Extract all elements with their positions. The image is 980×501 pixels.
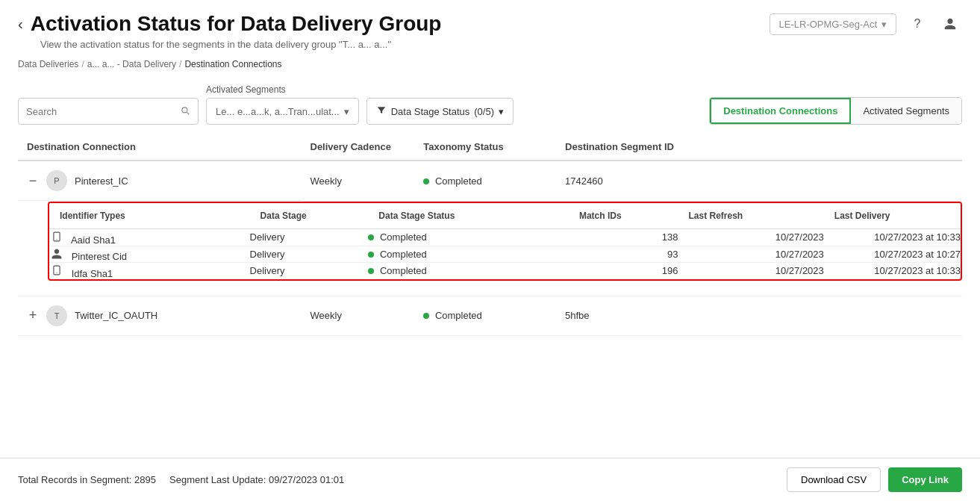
breadcrumb-sep-2: /	[179, 59, 181, 69]
col-header-destination: Destination Connection	[18, 134, 302, 161]
avatar-pinterest: P	[46, 170, 67, 191]
activated-segments-value: Le... e...a...k, a...Tran...ulat...	[216, 106, 340, 117]
search-icon	[180, 105, 190, 118]
sub-col-stage: Data Stage	[250, 203, 369, 229]
col-header-cadence: Delivery Cadence	[302, 134, 415, 161]
sub-row-idfa: Idfa Sha1 Delivery Completed 196 10/27/2…	[49, 262, 961, 279]
stage-aaid: Delivery	[250, 228, 369, 246]
col-header-dest-id: Destination Segment ID	[556, 134, 962, 161]
dest-id-twitter: 5hfbe	[556, 296, 962, 336]
sub-table-pinterest: Identifier Types Data Stage Data Stage S…	[49, 203, 961, 279]
expand-collapse-icon-pinterest[interactable]: −	[27, 173, 39, 189]
identifier-cid: Pinterest Cid	[49, 246, 250, 262]
header-right: LE-LR-OPMG-Seg-Act ▾ ?	[770, 12, 962, 36]
sub-table-body-pinterest: Aaid Sha1 Delivery Completed 138 10/27/2…	[49, 228, 961, 279]
svg-rect-0	[54, 232, 60, 241]
breadcrumb-current: Destination Connections	[184, 59, 281, 69]
breadcrumb-data-deliveries[interactable]: Data Deliveries	[18, 59, 78, 69]
connection-name-twitter: Twitter_IC_OAUTH	[75, 310, 157, 321]
funnel-icon	[376, 105, 387, 118]
main-table-container: Destination Connection Delivery Cadence …	[0, 134, 980, 336]
main-table-header: Destination Connection Delivery Cadence …	[18, 134, 962, 161]
sub-col-status: Data Stage Status	[368, 203, 569, 229]
tab-activated-segments[interactable]: Activated Segments	[851, 98, 961, 124]
status-aaid: Completed	[368, 228, 569, 246]
tab-group: Destination Connections Activated Segmen…	[709, 97, 962, 125]
taxonomy-twitter: Completed	[414, 296, 556, 336]
destination-cell-pinterest: − P Pinterest_IC	[18, 161, 302, 201]
status-filter-count: (0/5)	[474, 106, 494, 117]
status-dot-pinterest	[423, 178, 429, 184]
page-header: ‹ Activation Status for Data Delivery Gr…	[0, 0, 980, 56]
status-dot-idfa	[368, 268, 374, 274]
sub-col-match: Match IDs	[569, 203, 678, 229]
identifier-name-aaid: Aaid Sha1	[71, 234, 116, 246]
sub-table-row-pinterest: Identifier Types Data Stage Data Stage S…	[18, 201, 962, 296]
match-idfa: 196	[569, 262, 678, 279]
refresh-aaid: 10/27/2023	[678, 228, 823, 246]
svg-point-3	[56, 272, 57, 273]
breadcrumb-data-delivery[interactable]: a... a... - Data Delivery	[87, 59, 176, 69]
avatar-twitter: T	[46, 305, 67, 326]
sub-row-aaid: Aaid Sha1 Delivery Completed 138 10/27/2…	[49, 228, 961, 246]
toolbar-left: Activated Segments Le... e...a...k, a...…	[18, 84, 514, 125]
sub-table-header: Identifier Types Data Stage Data Stage S…	[49, 203, 961, 229]
status-dot-twitter	[423, 313, 429, 319]
taxonomy-status-pinterest: Completed	[435, 175, 482, 187]
page-subtitle: View the activation status for the segme…	[40, 39, 441, 50]
toolbar: Activated Segments Le... e...a...k, a...…	[0, 78, 980, 134]
taxonomy-pinterest: Completed	[414, 161, 556, 201]
header-left: ‹ Activation Status for Data Delivery Gr…	[18, 12, 441, 50]
sub-row-pinterest-cid: Pinterest Cid Delivery Completed 93 10/2…	[49, 246, 961, 262]
chevron-down-icon-3: ▾	[499, 106, 504, 117]
user-button[interactable]	[938, 12, 962, 36]
delivery-aaid: 10/27/2023 at 10:33	[824, 228, 961, 246]
svg-rect-2	[54, 266, 60, 275]
refresh-idfa: 10/27/2023	[678, 262, 823, 279]
stage-cid: Delivery	[250, 246, 369, 262]
status-cid: Completed	[368, 246, 569, 262]
expand-collapse-icon-twitter[interactable]: +	[27, 308, 39, 323]
refresh-cid: 10/27/2023	[678, 246, 823, 262]
identifier-aaid: Aaid Sha1	[49, 228, 250, 246]
activated-segments-dropdown[interactable]: Le... e...a...k, a...Tran...ulat... ▾	[206, 98, 359, 125]
svg-point-1	[56, 238, 57, 239]
status-dot-cid	[368, 252, 374, 258]
delivery-idfa: 10/27/2023 at 10:33	[824, 262, 961, 279]
search-input[interactable]	[26, 106, 175, 117]
dest-id-pinterest: 1742460	[556, 161, 962, 201]
status-text-idfa: Completed	[380, 265, 427, 276]
status-idfa: Completed	[368, 262, 569, 279]
delivery-cid: 10/27/2023 at 10:27	[824, 246, 961, 262]
table-row: − P Pinterest_IC Weekly Completed 174246…	[18, 161, 962, 201]
cadence-twitter: Weekly	[302, 296, 415, 336]
sub-col-delivery: Last Delivery	[824, 203, 961, 229]
activated-segments-label: Activated Segments	[206, 84, 359, 95]
user-icon-cid	[49, 246, 64, 261]
sub-col-refresh: Last Refresh	[678, 203, 823, 229]
search-box[interactable]	[18, 98, 199, 125]
mobile-icon-aaid	[49, 229, 64, 244]
match-cid: 93	[569, 246, 678, 262]
status-filter-dropdown[interactable]: Data Stage Status (0/5) ▾	[366, 98, 514, 125]
connection-name-pinterest: Pinterest_IC	[75, 175, 128, 187]
sub-table-wrapper-pinterest: Identifier Types Data Stage Data Stage S…	[48, 202, 962, 281]
identifier-idfa: Idfa Sha1	[49, 262, 250, 279]
status-dot-aaid	[368, 234, 374, 240]
match-aaid: 138	[569, 228, 678, 246]
identifier-name-idfa: Idfa Sha1	[72, 268, 113, 279]
chevron-down-icon: ▾	[881, 19, 887, 30]
activated-segments-container: Activated Segments Le... e...a...k, a...…	[206, 84, 359, 125]
destination-cell-twitter: + T Twitter_IC_OAUTH	[18, 296, 302, 336]
taxonomy-status-twitter: Completed	[435, 310, 482, 321]
search-wrapper	[18, 98, 199, 125]
status-filter-label: Data Stage Status	[391, 106, 470, 117]
help-button[interactable]: ?	[905, 12, 929, 36]
org-dropdown-value: LE-LR-OPMG-Seg-Act	[779, 19, 877, 30]
tab-destination-connections[interactable]: Destination Connections	[710, 98, 851, 124]
status-text-aaid: Completed	[380, 231, 427, 243]
back-button[interactable]: ‹	[18, 16, 23, 33]
breadcrumb: Data Deliveries / a... a... - Data Deliv…	[0, 56, 980, 78]
back-title-row: ‹ Activation Status for Data Delivery Gr…	[18, 12, 441, 36]
org-dropdown[interactable]: LE-LR-OPMG-Seg-Act ▾	[770, 13, 896, 35]
